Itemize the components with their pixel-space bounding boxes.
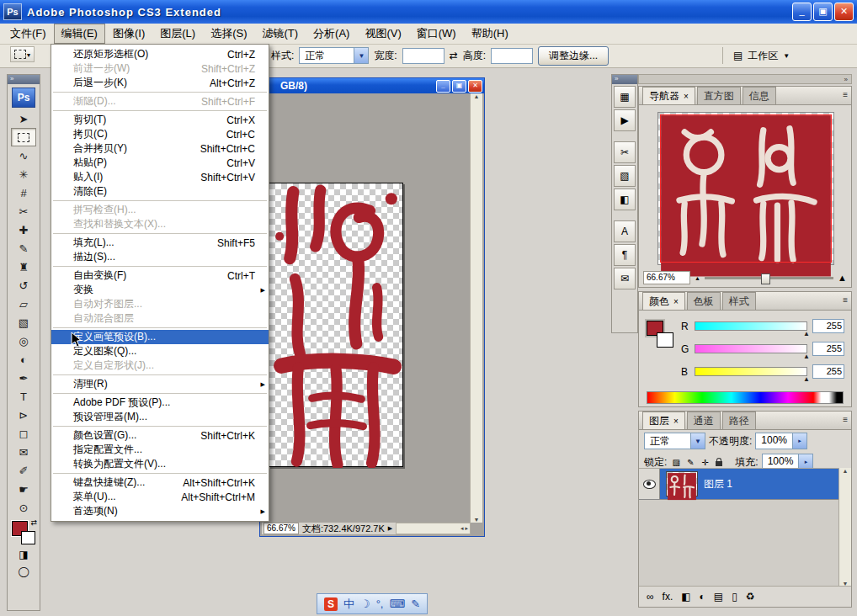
channel-value-field[interactable]: 255 xyxy=(812,364,844,379)
layers-scroll-up-icon[interactable]: ▲ xyxy=(843,468,849,474)
channel-slider[interactable]: ▲ xyxy=(695,321,807,331)
edit-menu-item[interactable]: 拷贝(C)Ctrl+C xyxy=(51,127,269,141)
dock-tool-presets-icon[interactable]: ▶ xyxy=(614,109,636,131)
edit-menu-item[interactable]: 首选项(N)▶ xyxy=(51,504,269,518)
dock-character-icon[interactable]: A xyxy=(614,220,636,242)
opacity-arrow-icon[interactable]: ▸ xyxy=(792,433,806,449)
edit-menu-item[interactable]: 变换▶ xyxy=(51,283,269,297)
crop-tool[interactable]: # xyxy=(11,183,36,202)
layers-scrollbar[interactable]: ▲ ▼ xyxy=(838,468,851,587)
channel-value-field[interactable]: 255 xyxy=(812,319,844,333)
menubar-item-5[interactable]: 滤镜(T) xyxy=(254,24,306,44)
dock-swatches-icon[interactable]: ▧ xyxy=(614,165,636,187)
link-layers-icon[interactable]: ∞ xyxy=(647,591,654,603)
clone-stamp-tool[interactable]: ♜ xyxy=(11,258,36,276)
channel-slider-thumb-icon[interactable]: ▲ xyxy=(803,330,810,337)
move-tool[interactable]: ➤ xyxy=(11,109,36,128)
chinese-mode-icon[interactable]: 中 xyxy=(343,597,354,612)
edit-menu-item[interactable]: 后退一步(K)Alt+Ctrl+Z xyxy=(51,76,269,90)
zoom-out-icon[interactable]: ▲ xyxy=(695,275,700,281)
navigator-panel-menu-icon[interactable]: ≡ xyxy=(843,90,848,99)
channel-slider-thumb-icon[interactable]: ▲ xyxy=(803,375,810,383)
edit-menu-item[interactable]: 剪切(T)Ctrl+X xyxy=(51,113,269,127)
delete-layer-icon[interactable]: ♻ xyxy=(746,591,755,603)
blend-dropdown-arrow-icon[interactable]: ▼ xyxy=(690,433,705,449)
navigator-zoom-slider[interactable] xyxy=(705,277,833,279)
channel-value-field[interactable]: 255 xyxy=(812,342,844,356)
lock-pixels-icon[interactable]: ✎ xyxy=(684,456,696,468)
quick-mask-button[interactable]: ◨ xyxy=(11,546,36,563)
eyedropper-tool[interactable]: ✐ xyxy=(11,461,36,480)
healing-brush-tool[interactable]: ✚ xyxy=(11,220,36,239)
history-brush-tool[interactable]: ↺ xyxy=(11,276,36,295)
channel-slider-thumb-icon[interactable]: ▲ xyxy=(803,353,810,360)
doc-close-button[interactable]: ✕ xyxy=(468,80,482,93)
dock-paragraph-icon[interactable]: ¶ xyxy=(614,244,636,266)
tab-styles[interactable]: 样式 xyxy=(722,292,756,310)
dock-notes-icon[interactable]: ✉ xyxy=(614,268,636,289)
dock-clone-source-icon[interactable]: ✂ xyxy=(614,141,636,163)
notes-tool[interactable]: ✉ xyxy=(11,443,36,461)
lock-position-icon[interactable]: ✛ xyxy=(699,456,711,468)
workspace-caret-icon[interactable]: ▼ xyxy=(783,52,790,60)
edit-menu-item[interactable]: 粘贴(P)Ctrl+V xyxy=(51,156,269,170)
ime-logo-icon[interactable]: S xyxy=(324,597,338,611)
background-color-well[interactable] xyxy=(657,332,673,348)
background-color-swatch[interactable] xyxy=(21,531,35,544)
swap-dimensions-icon[interactable]: ⇄ xyxy=(450,50,458,61)
style-select[interactable]: 正常 ▼ xyxy=(299,47,369,64)
rectangular-marquee-tool[interactable] xyxy=(11,128,36,146)
swap-colors-icon[interactable]: ⇄ xyxy=(30,518,37,527)
ime-tools-icon[interactable]: ✎ xyxy=(411,597,420,610)
refine-edge-button[interactable]: 调整边缘... xyxy=(538,46,609,66)
edit-menu-item[interactable]: 贴入(I)Shift+Ctrl+V xyxy=(51,170,269,184)
close-button[interactable]: ✕ xyxy=(834,3,854,21)
tab-info[interactable]: 信息 xyxy=(743,87,776,104)
color-panel-menu-icon[interactable]: ≡ xyxy=(843,295,848,305)
edit-menu-item[interactable]: 合并拷贝(Y)Shift+Ctrl+C xyxy=(51,141,269,156)
edit-menu-item[interactable]: 填充(L)...Shift+F5 xyxy=(51,236,269,250)
brush-tool[interactable]: ✎ xyxy=(11,239,36,258)
tab-histogram[interactable]: 直方图 xyxy=(697,87,741,104)
lock-all-icon[interactable] xyxy=(713,456,725,468)
document-titlebar[interactable]: GB/8) _▣✕ xyxy=(260,78,484,93)
gradient-tool[interactable]: ▧ xyxy=(11,313,36,332)
menubar-item-2[interactable]: 图像(I) xyxy=(105,24,152,44)
screen-mode-button[interactable]: ◯ xyxy=(11,563,36,580)
dodge-tool[interactable]: ◐ xyxy=(11,350,36,369)
edit-menu-item[interactable]: 还原矩形选框(O)Ctrl+Z xyxy=(51,47,269,61)
edit-menu-item[interactable]: 清除(E) xyxy=(51,184,269,199)
doc-minimize-button[interactable]: _ xyxy=(436,80,450,93)
scroll-right-icon[interactable]: ▸ xyxy=(465,525,468,532)
scroll-up-icon[interactable]: ▲ xyxy=(474,93,480,99)
scroll-left-icon[interactable]: ◂ xyxy=(460,525,464,532)
channel-slider[interactable]: ▲ xyxy=(695,344,807,353)
scroll-down-icon[interactable]: ▼ xyxy=(474,517,480,523)
edit-menu-item[interactable]: 键盘快捷键(Z)...Alt+Shift+Ctrl+K xyxy=(51,475,269,490)
adjustment-layer-icon[interactable]: ◐ xyxy=(700,591,705,603)
edit-menu-item[interactable]: Adobe PDF 预设(P)... xyxy=(51,396,269,410)
menubar-item-8[interactable]: 窗口(W) xyxy=(409,24,464,44)
softkeyboard-icon[interactable]: ⌨ xyxy=(389,597,405,610)
workspace-label[interactable]: 工作区 xyxy=(748,49,778,63)
color-spectrum-ramp[interactable] xyxy=(647,391,844,404)
shape-tool[interactable]: ◻ xyxy=(11,424,36,443)
edit-menu-item[interactable]: 预设管理器(M)... xyxy=(51,410,269,424)
edit-menu-item[interactable]: 指定配置文件... xyxy=(51,443,269,457)
width-input[interactable] xyxy=(402,48,444,64)
navigator-thumbnail[interactable] xyxy=(657,112,834,265)
layer-thumbnail[interactable] xyxy=(666,471,698,497)
layer-mask-icon[interactable]: ◧ xyxy=(681,591,690,603)
new-layer-icon[interactable]: ▯ xyxy=(732,591,737,603)
opacity-field[interactable]: 100% ▸ xyxy=(755,433,807,449)
zoom-in-icon[interactable]: ▲ xyxy=(838,273,847,283)
tool-preset-picker[interactable]: ▾ xyxy=(10,46,35,62)
dock-header[interactable]: » xyxy=(638,74,852,84)
zoom-slider-thumb[interactable] xyxy=(761,273,770,284)
document-zoom-field[interactable]: 66.67% xyxy=(263,523,299,534)
menubar-item-0[interactable]: 文件(F) xyxy=(3,24,54,44)
navigator-zoom-field[interactable]: 66.67% xyxy=(643,271,690,284)
minimize-button[interactable]: _ xyxy=(792,3,812,21)
dropdown-arrow-icon[interactable]: ▼ xyxy=(354,48,368,63)
menubar-item-9[interactable]: 帮助(H) xyxy=(464,24,516,44)
